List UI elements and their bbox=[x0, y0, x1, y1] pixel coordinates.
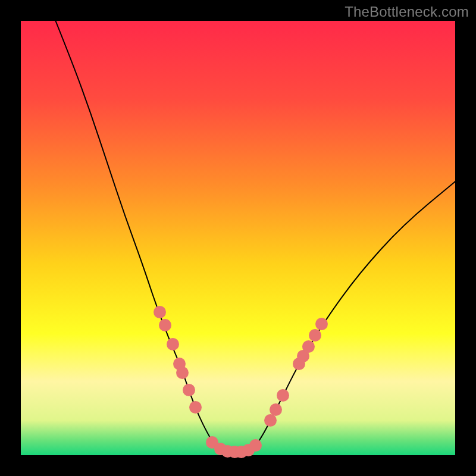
marker-dot bbox=[159, 319, 171, 331]
marker-dot bbox=[309, 329, 321, 342]
marker-dot bbox=[249, 439, 262, 452]
plot-area bbox=[21, 21, 455, 455]
marker-dot bbox=[189, 401, 202, 414]
marker-dot bbox=[277, 389, 289, 402]
marker-dot bbox=[154, 306, 166, 318]
marker-dot bbox=[183, 384, 195, 396]
chart-frame: TheBottleneck.com bbox=[0, 0, 476, 476]
bottleneck-curve bbox=[21, 21, 455, 455]
watermark-text: TheBottleneck.com bbox=[345, 4, 469, 20]
marker-dot bbox=[176, 367, 189, 379]
marker-dot bbox=[270, 403, 282, 416]
